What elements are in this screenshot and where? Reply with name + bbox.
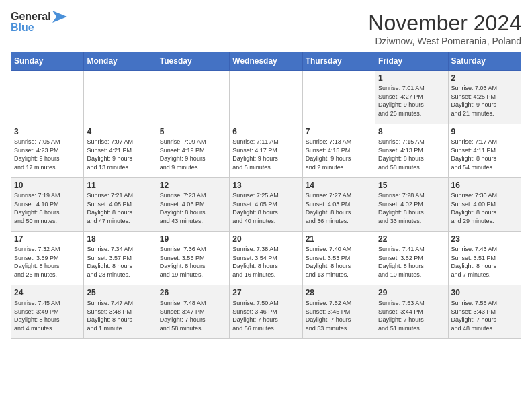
day-info: Sunrise: 7:40 AMSunset: 3:53 PMDaylight:… xyxy=(306,245,372,279)
day-cell: 24Sunrise: 7:45 AMSunset: 3:49 PMDayligh… xyxy=(11,285,84,339)
day-info: Sunrise: 7:53 AMSunset: 3:44 PMDaylight:… xyxy=(378,299,445,332)
day-number: 16 xyxy=(451,181,518,190)
day-number: 20 xyxy=(232,234,299,244)
day-number: 13 xyxy=(232,181,299,190)
day-cell: 22Sunrise: 7:41 AMSunset: 3:52 PMDayligh… xyxy=(375,232,448,285)
col-header-wednesday: Wednesday xyxy=(230,52,302,71)
logo: General Blue xyxy=(11,11,67,34)
col-header-saturday: Saturday xyxy=(448,52,521,71)
week-row-4: 17Sunrise: 7:32 AMSunset: 3:59 PMDayligh… xyxy=(11,232,521,285)
day-cell: 17Sunrise: 7:32 AMSunset: 3:59 PMDayligh… xyxy=(11,232,84,285)
day-info: Sunrise: 7:01 AMSunset: 4:27 PMDaylight:… xyxy=(378,84,445,118)
day-info: Sunrise: 7:03 AMSunset: 4:25 PMDaylight:… xyxy=(451,84,518,118)
day-cell: 25Sunrise: 7:47 AMSunset: 3:48 PMDayligh… xyxy=(84,285,157,339)
day-cell: 1Sunrise: 7:01 AMSunset: 4:27 PMDaylight… xyxy=(375,71,448,124)
day-info: Sunrise: 7:21 AMSunset: 4:08 PMDaylight:… xyxy=(87,191,153,225)
day-number: 19 xyxy=(160,234,226,244)
day-cell: 14Sunrise: 7:27 AMSunset: 4:03 PMDayligh… xyxy=(302,178,375,232)
header-row: SundayMondayTuesdayWednesdayThursdayFrid… xyxy=(11,52,521,71)
day-cell: 8Sunrise: 7:15 AMSunset: 4:13 PMDaylight… xyxy=(375,124,448,178)
day-number: 21 xyxy=(306,234,372,244)
day-cell: 28Sunrise: 7:52 AMSunset: 3:45 PMDayligh… xyxy=(302,285,375,339)
page-header: General Blue November 2024 Dziwnow, West… xyxy=(11,11,521,46)
day-info: Sunrise: 7:23 AMSunset: 4:06 PMDaylight:… xyxy=(160,191,226,225)
day-info: Sunrise: 7:38 AMSunset: 3:54 PMDaylight:… xyxy=(232,245,299,279)
day-number: 25 xyxy=(87,288,153,298)
day-number: 12 xyxy=(160,181,226,190)
day-number: 14 xyxy=(306,181,372,190)
svg-marker-0 xyxy=(52,11,67,23)
day-cell: 6Sunrise: 7:11 AMSunset: 4:17 PMDaylight… xyxy=(230,124,302,178)
day-info: Sunrise: 7:48 AMSunset: 3:47 PMDaylight:… xyxy=(160,299,226,332)
day-cell: 19Sunrise: 7:36 AMSunset: 3:56 PMDayligh… xyxy=(157,232,229,285)
day-cell xyxy=(230,71,302,124)
col-header-sunday: Sunday xyxy=(11,52,84,71)
day-cell: 18Sunrise: 7:34 AMSunset: 3:57 PMDayligh… xyxy=(84,232,157,285)
day-cell: 12Sunrise: 7:23 AMSunset: 4:06 PMDayligh… xyxy=(157,178,229,232)
col-header-thursday: Thursday xyxy=(302,52,375,71)
day-info: Sunrise: 7:50 AMSunset: 3:46 PMDaylight:… xyxy=(232,299,299,332)
day-cell: 16Sunrise: 7:30 AMSunset: 4:00 PMDayligh… xyxy=(448,178,521,232)
day-cell: 15Sunrise: 7:28 AMSunset: 4:02 PMDayligh… xyxy=(375,178,448,232)
week-row-2: 3Sunrise: 7:05 AMSunset: 4:23 PMDaylight… xyxy=(11,124,521,178)
day-number: 9 xyxy=(451,127,518,136)
day-cell: 5Sunrise: 7:09 AMSunset: 4:19 PMDaylight… xyxy=(157,124,229,178)
day-cell xyxy=(11,71,84,124)
day-info: Sunrise: 7:13 AMSunset: 4:15 PMDaylight:… xyxy=(306,138,372,171)
day-info: Sunrise: 7:28 AMSunset: 4:02 PMDaylight:… xyxy=(378,191,445,225)
day-cell: 4Sunrise: 7:07 AMSunset: 4:21 PMDaylight… xyxy=(84,124,157,178)
day-info: Sunrise: 7:52 AMSunset: 3:45 PMDaylight:… xyxy=(306,299,372,332)
day-number: 3 xyxy=(14,127,81,136)
day-number: 8 xyxy=(378,127,445,136)
day-cell: 30Sunrise: 7:55 AMSunset: 3:43 PMDayligh… xyxy=(448,285,521,339)
day-number: 28 xyxy=(306,288,372,298)
day-info: Sunrise: 7:25 AMSunset: 4:05 PMDaylight:… xyxy=(232,191,299,225)
day-number: 2 xyxy=(451,73,518,83)
month-title: November 2024 xyxy=(368,11,521,36)
location-subtitle: Dziwnow, West Pomerania, Poland xyxy=(368,36,521,46)
day-cell xyxy=(302,71,375,124)
day-cell xyxy=(84,71,157,124)
day-info: Sunrise: 7:07 AMSunset: 4:21 PMDaylight:… xyxy=(87,138,153,171)
day-number: 5 xyxy=(160,127,226,136)
day-cell: 13Sunrise: 7:25 AMSunset: 4:05 PMDayligh… xyxy=(230,178,302,232)
day-info: Sunrise: 7:05 AMSunset: 4:23 PMDaylight:… xyxy=(14,138,81,171)
day-info: Sunrise: 7:34 AMSunset: 3:57 PMDaylight:… xyxy=(87,245,153,279)
day-number: 15 xyxy=(378,181,445,190)
day-cell: 9Sunrise: 7:17 AMSunset: 4:11 PMDaylight… xyxy=(448,124,521,178)
day-cell: 2Sunrise: 7:03 AMSunset: 4:25 PMDaylight… xyxy=(448,71,521,124)
day-number: 4 xyxy=(87,127,153,136)
day-cell: 11Sunrise: 7:21 AMSunset: 4:08 PMDayligh… xyxy=(84,178,157,232)
day-info: Sunrise: 7:36 AMSunset: 3:56 PMDaylight:… xyxy=(160,245,226,279)
day-info: Sunrise: 7:41 AMSunset: 3:52 PMDaylight:… xyxy=(378,245,445,279)
day-number: 29 xyxy=(378,288,445,298)
day-number: 6 xyxy=(232,127,299,136)
day-info: Sunrise: 7:43 AMSunset: 3:51 PMDaylight:… xyxy=(451,245,518,279)
day-info: Sunrise: 7:30 AMSunset: 4:00 PMDaylight:… xyxy=(451,191,518,225)
day-cell: 29Sunrise: 7:53 AMSunset: 3:44 PMDayligh… xyxy=(375,285,448,339)
week-row-1: 1Sunrise: 7:01 AMSunset: 4:27 PMDaylight… xyxy=(11,71,521,124)
day-info: Sunrise: 7:27 AMSunset: 4:03 PMDaylight:… xyxy=(306,191,372,225)
day-info: Sunrise: 7:11 AMSunset: 4:17 PMDaylight:… xyxy=(232,138,299,171)
logo-arrow-icon xyxy=(52,11,67,23)
day-cell: 23Sunrise: 7:43 AMSunset: 3:51 PMDayligh… xyxy=(448,232,521,285)
day-number: 7 xyxy=(306,127,372,136)
day-cell xyxy=(157,71,229,124)
day-cell: 7Sunrise: 7:13 AMSunset: 4:15 PMDaylight… xyxy=(302,124,375,178)
day-info: Sunrise: 7:15 AMSunset: 4:13 PMDaylight:… xyxy=(378,138,445,171)
day-number: 1 xyxy=(378,73,445,83)
col-header-friday: Friday xyxy=(375,52,448,71)
day-number: 11 xyxy=(87,181,153,190)
week-row-5: 24Sunrise: 7:45 AMSunset: 3:49 PMDayligh… xyxy=(11,285,521,339)
calendar-table: SundayMondayTuesdayWednesdayThursdayFrid… xyxy=(11,52,521,339)
day-info: Sunrise: 7:17 AMSunset: 4:11 PMDaylight:… xyxy=(451,138,518,171)
week-row-3: 10Sunrise: 7:19 AMSunset: 4:10 PMDayligh… xyxy=(11,178,521,232)
day-cell: 26Sunrise: 7:48 AMSunset: 3:47 PMDayligh… xyxy=(157,285,229,339)
day-number: 23 xyxy=(451,234,518,244)
day-info: Sunrise: 7:55 AMSunset: 3:43 PMDaylight:… xyxy=(451,299,518,332)
col-header-tuesday: Tuesday xyxy=(157,52,229,71)
day-info: Sunrise: 7:19 AMSunset: 4:10 PMDaylight:… xyxy=(14,191,81,225)
day-number: 17 xyxy=(14,234,81,244)
day-info: Sunrise: 7:09 AMSunset: 4:19 PMDaylight:… xyxy=(160,138,226,171)
day-number: 30 xyxy=(451,288,518,298)
